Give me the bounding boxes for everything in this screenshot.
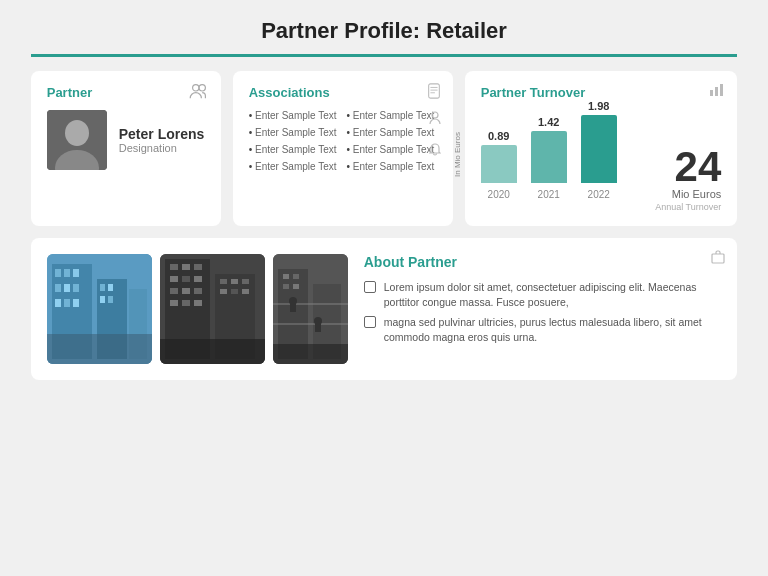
svg-rect-5	[428, 84, 439, 98]
svg-rect-40	[194, 276, 202, 282]
svg-rect-35	[170, 264, 178, 270]
assoc-item: Enter Sample Text	[347, 161, 435, 172]
svg-rect-60	[293, 284, 299, 289]
assoc-item: Enter Sample Text	[347, 110, 435, 121]
page-title: Partner Profile: Retailer	[0, 0, 768, 54]
svg-rect-38	[170, 276, 178, 282]
partner-designation: Designation	[119, 142, 205, 154]
associations-card: Associations Enter Sample Text Enter Sam…	[233, 71, 453, 226]
svg-rect-41	[170, 288, 178, 294]
about-list-item-2: magna sed pulvinar ultricies, purus lect…	[364, 315, 722, 344]
assoc-item: Enter Sample Text	[347, 127, 435, 138]
bar-2021	[531, 131, 567, 183]
associations-card-title: Associations	[249, 85, 437, 100]
bar-value-2022: 1.98	[588, 100, 609, 112]
svg-rect-23	[73, 284, 79, 292]
bar-year-2022: 2022	[588, 189, 610, 200]
bell-icon	[429, 143, 441, 156]
svg-point-65	[314, 317, 322, 325]
partner-card: Partner Peter Loren	[31, 71, 221, 226]
about-card: About Partner Lorem ipsum dolor sit amet…	[31, 238, 738, 380]
chart-bars: 0.89 2020 1.42 2021 1.98 2022	[481, 100, 656, 200]
building-image-1	[47, 254, 152, 364]
svg-rect-45	[182, 300, 190, 306]
bar-year-2020: 2020	[488, 189, 510, 200]
svg-rect-39	[182, 276, 190, 282]
svg-rect-66	[315, 324, 321, 332]
svg-rect-43	[194, 288, 202, 294]
assoc-item: Enter Sample Text	[249, 161, 337, 172]
svg-rect-22	[64, 284, 70, 292]
assoc-item: Enter Sample Text	[249, 144, 337, 155]
svg-rect-50	[220, 289, 227, 294]
svg-rect-12	[720, 84, 723, 96]
about-list-item-text-1: Lorem ipsum dolor sit amet, consectetuer…	[384, 280, 722, 309]
building-image-2	[160, 254, 265, 364]
top-row: Partner Peter Loren	[31, 71, 738, 226]
turnover-card: Partner Turnover In Mio Euros 0.89 2020	[465, 71, 738, 226]
svg-rect-48	[231, 279, 238, 284]
svg-rect-11	[715, 87, 718, 96]
checkbox-icon-1	[364, 281, 376, 293]
turnover-card-title: Partner Turnover	[481, 85, 722, 100]
svg-rect-44	[170, 300, 178, 306]
svg-rect-10	[710, 90, 713, 96]
svg-rect-20	[73, 269, 79, 277]
assoc-col-1: Enter Sample Text Enter Sample Text Ente…	[249, 110, 337, 172]
svg-rect-37	[194, 264, 202, 270]
svg-rect-28	[108, 284, 113, 291]
svg-rect-42	[182, 288, 190, 294]
svg-rect-67	[273, 344, 348, 364]
svg-rect-13	[712, 254, 724, 263]
partner-name: Peter Lorens	[119, 126, 205, 142]
bottom-row: About Partner Lorem ipsum dolor sit amet…	[31, 238, 738, 380]
annual-label: Annual Turnover	[481, 202, 722, 212]
about-content: About Partner Lorem ipsum dolor sit amet…	[364, 254, 722, 364]
svg-rect-26	[73, 299, 79, 307]
big-number-section: 24 Mio Euros	[672, 146, 722, 200]
person-icon	[429, 111, 441, 125]
svg-rect-47	[220, 279, 227, 284]
svg-rect-36	[182, 264, 190, 270]
svg-point-9	[432, 112, 438, 118]
assoc-col-2: Enter Sample Text Enter Sample Text Ente…	[347, 110, 435, 172]
about-list: Lorem ipsum dolor sit amet, consectetuer…	[364, 280, 722, 345]
big-number-unit: Mio Euros	[672, 188, 722, 200]
associations-doc-icon	[427, 83, 441, 103]
svg-rect-58	[293, 274, 299, 279]
main-content: Partner Peter Loren	[31, 71, 738, 380]
svg-rect-21	[55, 284, 61, 292]
svg-rect-59	[283, 284, 289, 289]
svg-rect-46	[194, 300, 202, 306]
bar-value-2021: 1.42	[538, 116, 559, 128]
assoc-item: Enter Sample Text	[347, 144, 435, 155]
turnover-chart: In Mio Euros 0.89 2020 1.42 2021 1.98	[481, 110, 722, 200]
bar-2020	[481, 145, 517, 183]
about-list-item-text-2: magna sed pulvinar ultricies, purus lect…	[384, 315, 722, 344]
building-image-3	[273, 254, 348, 364]
partner-avatar	[47, 110, 107, 170]
bar-2022	[581, 115, 617, 183]
big-number: 24	[675, 146, 722, 188]
svg-rect-31	[47, 334, 152, 364]
associations-columns: Enter Sample Text Enter Sample Text Ente…	[249, 110, 437, 172]
about-images	[47, 254, 348, 364]
svg-rect-30	[108, 296, 113, 303]
svg-rect-24	[55, 299, 61, 307]
bar-year-2021: 2021	[538, 189, 560, 200]
partner-icon	[189, 83, 209, 103]
assoc-side-icons	[429, 111, 441, 156]
svg-rect-64	[290, 304, 296, 312]
svg-rect-29	[100, 296, 105, 303]
y-axis-label: In Mio Euros	[453, 110, 462, 200]
svg-point-3	[65, 120, 89, 146]
assoc-item: Enter Sample Text	[249, 110, 337, 121]
turnover-chart-icon	[709, 83, 725, 101]
svg-rect-19	[64, 269, 70, 277]
about-export-icon	[711, 250, 725, 268]
partner-info: Peter Lorens Designation	[119, 126, 205, 154]
svg-rect-52	[242, 289, 249, 294]
title-underline	[31, 54, 738, 57]
svg-point-63	[289, 297, 297, 305]
svg-point-1	[199, 85, 205, 91]
